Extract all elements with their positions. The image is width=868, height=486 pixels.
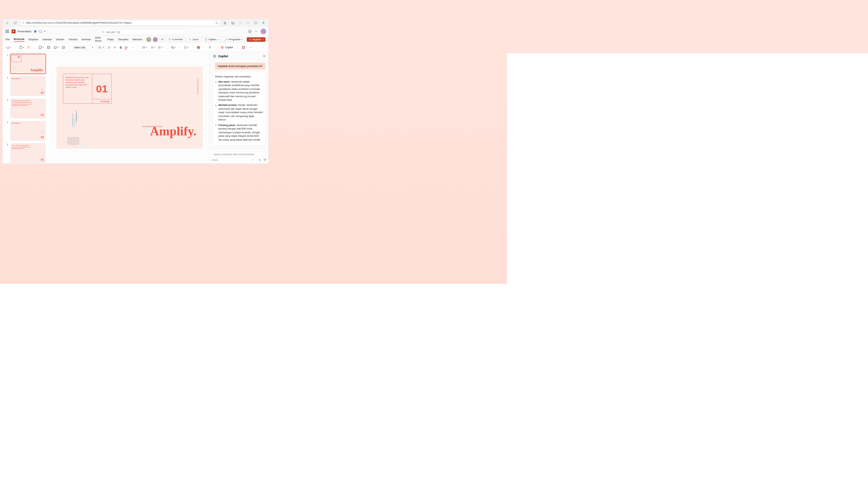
tab-sisipkan[interactable]: Sisipkan xyxy=(28,37,39,41)
slide-side-text[interactable]: P01 VA Desain Bersama xyxy=(197,79,199,94)
designer-button[interactable] xyxy=(196,45,201,50)
copilot-title: Copilot xyxy=(218,55,261,58)
svg-point-15 xyxy=(143,47,143,48)
undo-button[interactable]: ▾ xyxy=(6,45,12,50)
font-selector[interactable]: Aptos (Isi)▾ xyxy=(73,45,95,50)
align-button[interactable]: ▾ xyxy=(157,45,164,50)
powerpoint-icon: P xyxy=(11,30,16,34)
svg-point-13 xyxy=(63,47,63,47)
slide-thumbnail-3[interactable]: Pengalaman yang dipersonalisasi disesuai… xyxy=(10,99,45,118)
slide-canvas[interactable]: Perpaduan konten premium dan kecerdasan … xyxy=(50,52,209,164)
slide-thumbnail-5[interactable]: Fokus adalah mencapai tingkat konsentras… xyxy=(10,143,45,163)
image-button[interactable] xyxy=(61,45,66,50)
svg-point-5 xyxy=(250,39,251,39)
pengeditan-button[interactable]: Pengeditan▾ xyxy=(223,37,245,42)
send-icon[interactable] xyxy=(264,159,266,161)
tab-bantuan[interactable]: Bantuan xyxy=(133,37,142,41)
more-options-button[interactable]: ⋯ xyxy=(254,30,258,33)
svg-point-16 xyxy=(143,48,143,48)
collaborator-avatar[interactable] xyxy=(153,37,158,42)
slide-content[interactable]: Perpaduan konten premium dan kecerdasan … xyxy=(57,67,202,149)
collapse-ribbon-button[interactable]: ⌄ xyxy=(262,46,265,49)
search-box[interactable]: Cari (Alt + Q) xyxy=(99,29,185,35)
decrease-font-button[interactable]: Aˇ xyxy=(114,46,117,49)
maximize-button[interactable]: ☐ xyxy=(253,20,258,26)
slide-image-plant[interactable] xyxy=(61,98,87,149)
book-icon[interactable]: ▯ xyxy=(252,159,253,161)
collections-button[interactable] xyxy=(230,20,235,26)
svg-rect-18 xyxy=(173,47,174,49)
slide-thumbnail-4[interactable]: Kecerdasan 04 xyxy=(10,121,45,141)
font-color-button[interactable]: A▾ xyxy=(124,45,129,50)
tab-gambar[interactable]: Gambar xyxy=(42,37,52,41)
slide-number: 3 xyxy=(7,99,9,118)
favorite-icon[interactable] xyxy=(215,22,218,24)
increase-font-button[interactable]: A^ xyxy=(107,45,111,50)
new-slide-button[interactable]: ▾ xyxy=(38,45,44,50)
tab-tinjau[interactable]: Tinjau xyxy=(107,37,114,41)
bullets-button[interactable]: ▾ xyxy=(141,45,148,50)
font-size-selector[interactable]: 11▾ xyxy=(97,45,106,50)
app-launcher-button[interactable] xyxy=(5,29,9,34)
svg-point-3 xyxy=(249,31,250,32)
mic-icon[interactable] xyxy=(259,159,261,161)
svg-point-0 xyxy=(22,22,24,24)
more-ribbon-button[interactable]: ⋯ xyxy=(249,45,253,49)
ribbon-toolbar: ▾ ▾ ▾ ▾ Aptos (Isi)▾ 11▾ A^ Aˇ B A▾ ⋯ ▾ … xyxy=(3,43,268,52)
susul-button[interactable]: Susul xyxy=(187,37,201,42)
find-button[interactable]: ▾ xyxy=(183,45,189,50)
copilot-input[interactable]: Ajukan pertanyaan atau buat permintaan. xyxy=(212,151,266,158)
collaborator-avatar[interactable] xyxy=(147,37,151,42)
document-title[interactable]: Presentasi1 xyxy=(18,30,32,33)
favorites-button[interactable] xyxy=(222,20,227,26)
user-avatar[interactable] xyxy=(260,28,266,34)
slide-thumbnail-1[interactable]: 01 Amplify. xyxy=(10,54,45,74)
settings-icon[interactable] xyxy=(248,30,252,33)
more-button[interactable]: ⋯ xyxy=(237,20,243,26)
slide-thumbnail-panel: 1 01 Amplify. 2 Kecerdasan 02 3 Pengalam… xyxy=(3,52,50,164)
tab-slideshow[interactable]: Slide Show xyxy=(95,36,103,43)
search-icon xyxy=(22,22,24,24)
dictate-button[interactable] xyxy=(208,45,212,50)
minimize-button[interactable]: ─ xyxy=(245,20,251,26)
cloud-sync-icon[interactable] xyxy=(39,30,42,33)
address-bar[interactable]: https://onedrive.live.com/:w:/t/EaCKkPs6… xyxy=(20,20,220,26)
grid-view-button[interactable] xyxy=(241,45,246,50)
format-painter-button[interactable] xyxy=(26,45,31,50)
shapes-button[interactable]: ▾ xyxy=(170,45,176,50)
copilot-ribbon-button[interactable]: Copilot xyxy=(219,45,234,50)
more-collaborators[interactable]: +4 xyxy=(159,38,165,42)
search-placeholder: Cari (Alt + Q) xyxy=(106,31,120,33)
bagikan-button[interactable]: Bagikan▾ xyxy=(247,37,266,42)
bold-button[interactable]: B xyxy=(119,45,123,50)
back-button[interactable] xyxy=(5,20,10,26)
close-window-button[interactable]: ✕ xyxy=(260,20,266,26)
svg-point-2 xyxy=(102,31,104,33)
slide-number: 5 xyxy=(7,143,9,163)
svg-rect-11 xyxy=(54,46,57,48)
svg-point-7 xyxy=(250,40,251,41)
slide-title-amplify[interactable]: Amplify. xyxy=(150,124,197,138)
tab-transisi[interactable]: Transisi xyxy=(68,37,77,41)
chevron-down-icon[interactable]: ▾ xyxy=(44,31,45,33)
url-text: https://onedrive.live.com/:w:/t/EaCKkPs6… xyxy=(26,22,214,24)
numbering-button[interactable]: ▾ xyxy=(149,45,156,50)
more-font-button[interactable]: ⋯ xyxy=(131,45,135,49)
layout-button[interactable] xyxy=(46,45,51,50)
paste-button[interactable]: ▾ xyxy=(18,45,25,50)
svg-rect-25 xyxy=(244,46,245,47)
svg-point-14 xyxy=(143,47,143,47)
refresh-button[interactable] xyxy=(12,20,18,26)
slide-thumbnail-2[interactable]: Kecerdasan 02 xyxy=(10,76,45,96)
tab-beranda[interactable]: Beranda xyxy=(14,37,24,42)
tab-animasi[interactable]: Animasi xyxy=(82,37,91,41)
section-button[interactable]: ▾ xyxy=(53,45,59,50)
sajikan-button[interactable]: Sajikan▾ xyxy=(202,37,221,42)
komentar-button[interactable]: Komentar xyxy=(166,37,185,42)
copilot-input-area: Ajukan pertanyaan atau buat permintaan. … xyxy=(210,149,268,163)
tab-tampilan[interactable]: Tampilan xyxy=(118,37,128,41)
tab-desain[interactable]: Desain xyxy=(56,37,64,41)
copilot-close-button[interactable]: ✕ xyxy=(263,54,266,58)
tab-file[interactable]: File xyxy=(6,37,10,41)
copilot-panel: Copilot ✕ Dapatkah Anda meringkas presen… xyxy=(209,52,268,164)
